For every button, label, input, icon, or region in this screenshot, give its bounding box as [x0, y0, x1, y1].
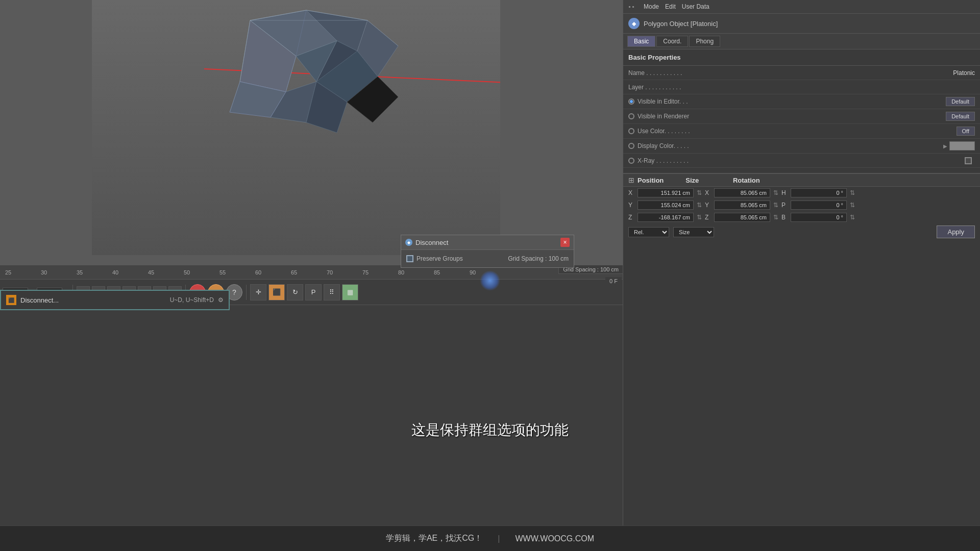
size-x-stepper[interactable]: ⇅	[773, 189, 778, 196]
visible-editor-btn[interactable]: Default	[946, 97, 975, 106]
prop-label-xray: X-Ray . . . . . . . . . .	[638, 157, 965, 164]
display-color-swatch[interactable]	[949, 141, 975, 151]
layer-tool-btn[interactable]: ▦	[342, 284, 358, 300]
size-x-field[interactable]	[714, 188, 770, 197]
footer-left: 学剪辑，学AE，找沃CG！	[386, 533, 482, 544]
tab-basic[interactable]: Basic	[627, 36, 655, 47]
prop-row-use-color: Use Color. . . . . . . . Off	[623, 124, 980, 139]
pos-z-stepper[interactable]: ⇅	[697, 214, 702, 221]
properties-tabs: Basic Coord. Phong	[623, 34, 980, 49]
ruler-mark: 80	[398, 269, 434, 276]
command-bar: ⬛ Disconnect... U~D, U~Shift+D ⚙	[0, 290, 230, 310]
menu-mode[interactable]: Mode	[644, 3, 659, 10]
prop-label-layer: Layer . . . . . . . . . . .	[628, 84, 975, 91]
display-color-radio[interactable]	[628, 143, 634, 149]
coord-rel-dropdown[interactable]: Rel.	[628, 227, 669, 237]
coord-row-x: X ⇅ X ⇅ H ⇅	[623, 187, 980, 199]
prop-row-xray: X-Ray . . . . . . . . . .	[623, 154, 980, 168]
dialog-title: Disconnect	[415, 239, 557, 246]
rot-b-stepper[interactable]: ⇅	[850, 214, 855, 221]
prop-label-display-color: Display Color. . . . .	[638, 142, 943, 149]
apply-button[interactable]: Apply	[937, 226, 975, 238]
rotation-b-field[interactable]	[791, 213, 847, 222]
frame-counter-display: 0 F	[605, 277, 622, 285]
ruler-mark: 55	[219, 269, 255, 276]
prop-label-use-color: Use Color. . . . . . . .	[638, 128, 957, 135]
ruler-mark: 45	[148, 269, 184, 276]
p-tool-btn[interactable]: P	[305, 284, 322, 300]
ruler-mark: 60	[255, 269, 291, 276]
position-z-field[interactable]	[638, 213, 694, 222]
visible-renderer-btn[interactable]: Default	[946, 112, 975, 121]
size-z-stepper[interactable]: ⇅	[773, 214, 778, 221]
position-y-field[interactable]	[638, 201, 694, 210]
cursor-indicator	[480, 270, 500, 291]
visible-editor-radio[interactable]	[628, 98, 634, 105]
prop-row-display-color: Display Color. . . . . ▶	[623, 139, 980, 154]
rotation-p-field[interactable]	[791, 201, 847, 210]
coord-axis-x-pos: X	[628, 189, 634, 196]
dialog-icon: ◆	[405, 239, 412, 246]
ruler-mark: 25	[5, 269, 41, 276]
command-settings-btn[interactable]: ⚙	[218, 296, 224, 304]
preserve-groups-label: Preserve Groups	[416, 255, 463, 262]
tab-coord[interactable]: Coord.	[656, 36, 688, 47]
size-y-field[interactable]	[714, 201, 770, 210]
ruler-mark: 85	[434, 269, 470, 276]
prop-row-visible-renderer: Visible in Renderer Default	[623, 109, 980, 124]
rotation-h-field[interactable]	[791, 188, 847, 197]
footer: 学剪辑，学AE，找沃CG！ | WWW.WOOCG.COM	[0, 525, 980, 551]
coord-grid-icon: ⊞	[628, 176, 634, 184]
dialog-body: Preserve Groups Grid Spacing : 100 cm	[401, 250, 574, 267]
ruler-mark: 30	[41, 269, 77, 276]
rot-p-stepper[interactable]: ⇅	[850, 202, 855, 209]
disconnect-dialog: ◆ Disconnect × Preserve Groups Grid Spac…	[401, 235, 574, 268]
prop-row-name: Name . . . . . . . . . . . Platonic	[623, 66, 980, 80]
scale-tool-btn[interactable]: ⬛	[268, 284, 285, 300]
rotate-tool-btn[interactable]: ↻	[287, 284, 303, 300]
prop-label-visible-editor: Visible in Editor. . .	[638, 98, 946, 105]
properties-menu-bar: Mode Edit User Data	[623, 0, 980, 14]
size-mode-dropdown[interactable]: Size	[673, 227, 714, 237]
size-y-stepper[interactable]: ⇅	[773, 202, 778, 209]
properties-title-row: ◆ Polygon Object [Platonic]	[623, 14, 980, 34]
subtitle-text: 这是保持群组选项的功能	[0, 420, 980, 440]
prop-value-name: Platonic	[953, 69, 975, 77]
position-x-field[interactable]	[638, 188, 694, 197]
coord-axis-h: H	[781, 189, 788, 196]
size-z-field[interactable]	[714, 213, 770, 222]
coord-axis-z-pos: Z	[628, 214, 634, 221]
coord-row-z: Z ⇅ Z ⇅ B ⇅	[623, 211, 980, 223]
rot-h-stepper[interactable]: ⇅	[850, 189, 855, 196]
preserve-groups-row: Preserve Groups	[406, 255, 463, 262]
pos-y-stepper[interactable]: ⇅	[697, 202, 702, 209]
xray-checkbox[interactable]	[965, 157, 972, 164]
preserve-groups-checkbox[interactable]	[406, 255, 413, 262]
object-icon: ◆	[628, 18, 640, 29]
command-icon: ⬛	[6, 295, 16, 305]
properties-panel: Mode Edit User Data ◆ Polygon Object [Pl…	[623, 0, 980, 551]
pos-x-stepper[interactable]: ⇅	[697, 189, 702, 196]
mesh-viewport	[92, 0, 500, 255]
coord-axis-z-size: Z	[705, 214, 711, 221]
use-color-radio[interactable]	[628, 128, 634, 134]
move-tool-btn[interactable]: ✛	[250, 284, 266, 300]
prop-row-layer: Layer . . . . . . . . . . .	[623, 80, 980, 94]
visible-renderer-radio[interactable]	[628, 113, 634, 119]
coord-section: ⊞ Position Size Rotation X ⇅ X ⇅ H ⇅ Y ⇅…	[623, 173, 980, 240]
xray-radio[interactable]	[628, 158, 634, 164]
rotation-label: Rotation	[721, 177, 772, 184]
tab-phong[interactable]: Phong	[689, 36, 720, 47]
coord-bottom-row: Rel. Size Apply	[623, 223, 980, 240]
position-label: Position	[638, 177, 664, 184]
size-label: Size	[667, 177, 718, 184]
menu-user-data[interactable]: User Data	[682, 3, 709, 10]
menu-edit[interactable]: Edit	[665, 3, 676, 10]
use-color-btn[interactable]: Off	[957, 127, 975, 136]
coord-axis-y-size: Y	[705, 202, 711, 209]
grid-spacing-label: Grid Spacing : 100 cm	[508, 255, 569, 262]
dots-tool-btn[interactable]: ⠿	[324, 284, 340, 300]
dialog-close-btn[interactable]: ×	[560, 238, 570, 247]
coord-axis-x-size: X	[705, 189, 711, 196]
footer-right: WWW.WOOCG.COM	[515, 534, 594, 543]
